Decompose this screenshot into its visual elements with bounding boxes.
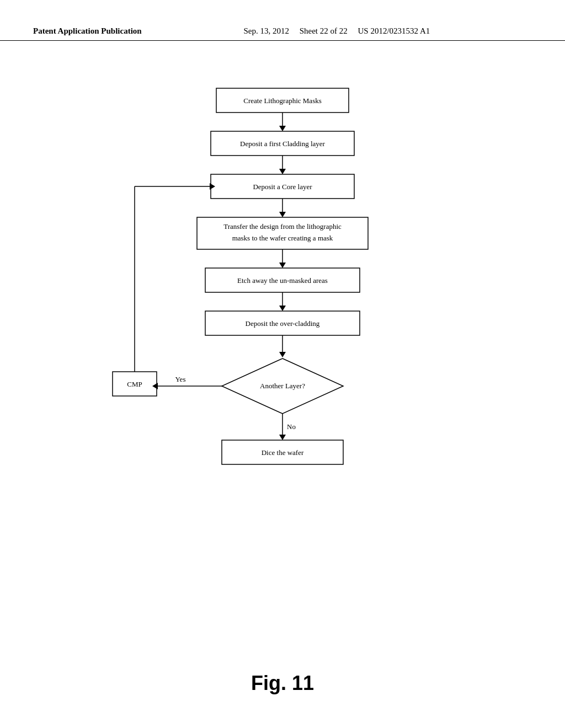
sheet-label: Sheet 22 of 22	[300, 26, 348, 35]
arrowhead-5-6	[279, 306, 286, 311]
page-header: Patent Application Publication Sep. 13, …	[0, 26, 565, 41]
figure-label: Fig. 11	[251, 672, 314, 695]
another-layer-label: Another Layer?	[260, 382, 305, 390]
deposit-over-label: Deposit the over-cladding	[246, 319, 320, 328]
arrowhead-6-diamond	[279, 352, 286, 357]
transfer-label-1: Transfer the design from the lithographi…	[223, 222, 342, 231]
deposit-core-label: Deposit a Core layer	[253, 183, 312, 191]
date-label: Sep. 13, 2012	[243, 26, 297, 35]
arrowhead-2-3	[279, 169, 286, 174]
etch-label: Etch away the un-masked areas	[237, 276, 328, 285]
deposit-cladding-label: Deposit a first Cladding layer	[240, 140, 325, 148]
publication-label: Patent Application Publication	[33, 26, 142, 36]
flowchart-container: Create Lithographic Masks Deposit a firs…	[0, 77, 565, 629]
yes-label: Yes	[175, 375, 186, 383]
patent-label: US 2012/0231532 A1	[349, 26, 430, 35]
date-sheet-label: Sep. 13, 2012 Sheet 22 of 22 US 2012/023…	[142, 26, 532, 36]
flowchart-diagram: Create Lithographic Masks Deposit a firs…	[89, 77, 476, 574]
arrowhead-no	[279, 435, 286, 440]
cmp-label: CMP	[127, 380, 142, 388]
transfer-label-2: masks to the wafer creating a mask	[232, 234, 333, 242]
no-label: No	[287, 422, 296, 431]
arrowhead-3-4	[279, 212, 286, 217]
arrowhead-1-2	[279, 126, 286, 131]
arrowhead-4-5	[279, 263, 286, 268]
dice-wafer-label: Dice the wafer	[262, 448, 304, 457]
create-masks-label: Create Lithographic Masks	[243, 97, 322, 105]
